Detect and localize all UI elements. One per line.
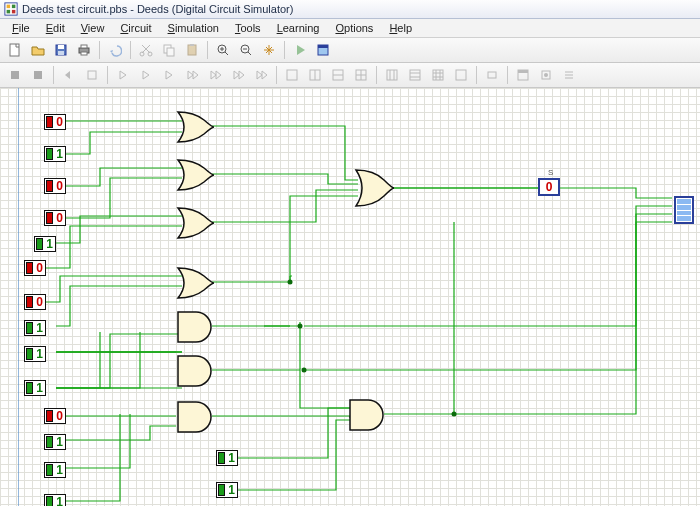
step3[interactable] <box>158 64 180 86</box>
svg-rect-7 <box>58 45 64 49</box>
svg-rect-35 <box>518 70 528 73</box>
window-icon <box>316 43 330 57</box>
or-gate[interactable] <box>176 110 216 144</box>
grp2[interactable] <box>304 64 326 86</box>
input-switch-M[interactable]: 1 <box>44 462 66 478</box>
input-switch-J[interactable]: 1 <box>24 380 46 396</box>
menu-options[interactable]: Options <box>327 20 381 36</box>
rect-button[interactable] <box>481 64 503 86</box>
new-button[interactable] <box>4 39 26 61</box>
list-button[interactable] <box>558 64 580 86</box>
step2[interactable] <box>135 64 157 86</box>
input-switch-L[interactable]: 1 <box>44 434 66 450</box>
grp1[interactable] <box>281 64 303 86</box>
menu-learning[interactable]: Learning <box>269 20 328 36</box>
input-switch-E[interactable]: 1 <box>34 236 56 252</box>
step-icon <box>163 69 175 81</box>
input-switch-F[interactable]: 0 <box>24 260 46 276</box>
undo-button[interactable] <box>104 39 126 61</box>
input-switch-A[interactable]: 0 <box>44 114 66 130</box>
svg-rect-17 <box>190 44 194 46</box>
or-gate[interactable] <box>176 266 216 300</box>
input-switch-G[interactable]: 0 <box>24 294 46 310</box>
step-icon <box>117 69 129 81</box>
step5[interactable] <box>204 64 226 86</box>
menu-circuit[interactable]: Circuit <box>112 20 159 36</box>
input-switch-N[interactable]: 1 <box>44 494 66 506</box>
input-switch-B[interactable]: 1 <box>44 146 66 162</box>
and-gate[interactable] <box>348 398 388 432</box>
step6[interactable] <box>227 64 249 86</box>
grid-icon <box>309 69 321 81</box>
input-switch-K[interactable]: 0 <box>44 408 66 424</box>
and-gate[interactable] <box>176 354 216 388</box>
grid-icon <box>332 69 344 81</box>
brk-button[interactable] <box>535 64 557 86</box>
and-gate[interactable] <box>176 310 216 344</box>
step-icon <box>186 69 198 81</box>
or-gate[interactable] <box>176 158 216 192</box>
input-switch-D[interactable]: 0 <box>44 210 66 226</box>
cut-button[interactable] <box>135 39 157 61</box>
output-display-S[interactable]: 0 <box>538 178 560 196</box>
or-gate[interactable] <box>176 206 216 240</box>
grid2[interactable] <box>404 64 426 86</box>
step-back-button[interactable] <box>58 64 80 86</box>
input-switch-H[interactable]: 1 <box>24 320 46 336</box>
win-button[interactable] <box>512 64 534 86</box>
schematic-canvas[interactable]: 0 1 0 0 1 0 0 1 1 1 0 1 1 1 1 1 S 0 <box>0 88 700 506</box>
or-gate-large[interactable] <box>354 168 396 208</box>
grp3[interactable] <box>327 64 349 86</box>
open-button[interactable] <box>27 39 49 61</box>
svg-rect-23 <box>34 71 42 79</box>
menu-help[interactable]: Help <box>381 20 420 36</box>
frame-button[interactable] <box>81 64 103 86</box>
svg-point-41 <box>452 412 457 417</box>
output-label: S <box>548 168 553 177</box>
svg-rect-10 <box>81 45 87 48</box>
step-icon <box>209 69 221 81</box>
circuit-wires <box>0 88 700 506</box>
paste-button[interactable] <box>181 39 203 61</box>
copy-button[interactable] <box>158 39 180 61</box>
grid4[interactable] <box>450 64 472 86</box>
grid3[interactable] <box>427 64 449 86</box>
zoom-in-button[interactable] <box>212 39 234 61</box>
menu-tools[interactable]: Tools <box>227 20 269 36</box>
menu-simulation[interactable]: Simulation <box>160 20 227 36</box>
svg-point-39 <box>298 324 303 329</box>
zoom-out-button[interactable] <box>235 39 257 61</box>
input-switch-P[interactable]: 1 <box>216 450 238 466</box>
step-icon <box>255 69 267 81</box>
pan-button[interactable] <box>258 39 280 61</box>
input-switch-I[interactable]: 1 <box>24 346 46 362</box>
app-icon <box>4 2 18 16</box>
save-button[interactable] <box>50 39 72 61</box>
output-multi-display[interactable] <box>674 196 694 224</box>
list-icon <box>563 69 575 81</box>
step4[interactable] <box>181 64 203 86</box>
canvas-wrap: 0 1 0 0 1 0 0 1 1 1 0 1 1 1 1 1 S 0 <box>0 88 700 506</box>
grid1[interactable] <box>381 64 403 86</box>
svg-rect-24 <box>88 71 96 79</box>
svg-rect-15 <box>167 48 174 56</box>
step-icon <box>232 69 244 81</box>
menu-file[interactable]: File <box>4 20 38 36</box>
input-switch-Q[interactable]: 1 <box>216 482 238 498</box>
run-icon <box>293 43 307 57</box>
input-switch-C[interactable]: 0 <box>44 178 66 194</box>
stop-button[interactable] <box>4 64 26 86</box>
rec-button[interactable] <box>27 64 49 86</box>
menu-view[interactable]: View <box>73 20 113 36</box>
svg-point-38 <box>288 280 293 285</box>
print-button[interactable] <box>73 39 95 61</box>
step1[interactable] <box>112 64 134 86</box>
svg-rect-25 <box>287 70 297 80</box>
win-icon <box>517 69 529 81</box>
menu-edit[interactable]: Edit <box>38 20 73 36</box>
step7[interactable] <box>250 64 272 86</box>
and-gate[interactable] <box>176 400 216 434</box>
grp4[interactable] <box>350 64 372 86</box>
run-button[interactable] <box>289 39 311 61</box>
window-button[interactable] <box>312 39 334 61</box>
